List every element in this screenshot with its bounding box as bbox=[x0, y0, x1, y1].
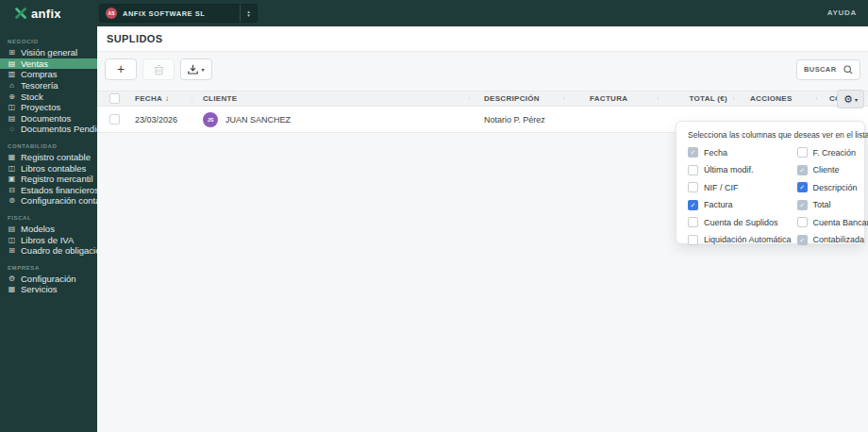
checkbox-unchecked-icon[interactable] bbox=[688, 182, 698, 192]
select-all-cell bbox=[97, 93, 131, 104]
column-option-factura[interactable]: ✓Factura bbox=[688, 200, 792, 210]
column-option-label: Última modif. bbox=[704, 165, 754, 174]
chevron-down-icon: ▾ bbox=[855, 96, 858, 103]
sidebar-item-label: Documentos Pendientes bbox=[21, 124, 97, 134]
columns-dropdown-options: ✓FechaF. CreaciónÚltima modif.✓ClienteNI… bbox=[688, 147, 853, 245]
search-input[interactable]: BUSCAR bbox=[796, 59, 860, 80]
sidebar-item-configuraci-n[interactable]: ⚙Configuración bbox=[0, 274, 97, 285]
sidebar-item-estados-financieros[interactable]: ⊟Estados financieros bbox=[0, 185, 97, 196]
sidebar-item-label: Registro mercantil bbox=[21, 174, 93, 184]
cliente-name: JUAN SANCHEZ bbox=[225, 115, 291, 125]
column-header-total[interactable]: TOTAL (€) bbox=[658, 94, 733, 103]
sidebar-section-label: FISCAL bbox=[8, 215, 97, 221]
column-option--ltima-modif-[interactable]: Última modif. bbox=[688, 165, 792, 175]
checkbox-unchecked-icon[interactable] bbox=[688, 165, 698, 175]
configuracion-contable-icon: ⊚ bbox=[8, 196, 16, 205]
checkbox-checked-icon[interactable]: ✓ bbox=[797, 235, 808, 245]
sidebar-section-label: NEGOCIO bbox=[8, 39, 97, 44]
sidebar-item-documentos[interactable]: ▤Documentos bbox=[0, 113, 97, 125]
sidebar-item-label: Cuadro de obligaciones bbox=[21, 245, 97, 256]
estados-financieros-icon: ⊟ bbox=[8, 186, 16, 194]
columns-dropdown-title: Selecciona las columnas que deseas ver e… bbox=[688, 130, 853, 140]
sidebar-item-configuraci-n-contable[interactable]: ⊚Configuración contable bbox=[0, 195, 97, 207]
sidebar-item-cuadro-de-obligaciones[interactable]: ⊞Cuadro de obligaciones bbox=[0, 245, 97, 257]
column-header-descripcion[interactable]: DESCRIPCIÓN bbox=[469, 94, 563, 103]
sidebar-item-visi-n-general[interactable]: ⊞Visión general bbox=[0, 47, 97, 58]
column-option-label: Cuenta Bancaria bbox=[813, 218, 868, 227]
sidebar-item-registro-contable[interactable]: ▦Registro contable bbox=[0, 152, 97, 163]
column-option-cliente[interactable]: ✓Cliente bbox=[797, 165, 868, 175]
checkbox-unchecked-icon[interactable] bbox=[797, 147, 808, 158]
select-all-checkbox[interactable] bbox=[109, 93, 120, 104]
checkbox-checked-icon[interactable]: ✓ bbox=[688, 147, 698, 158]
modelos-icon: ▤ bbox=[8, 224, 16, 233]
vision-general-icon: ⊞ bbox=[8, 48, 16, 57]
add-button[interactable]: + bbox=[105, 58, 137, 80]
sidebar-item-label: Libros de IVA bbox=[21, 235, 74, 245]
sidebar-item-libros-de-iva[interactable]: ◫Libros de IVA bbox=[0, 234, 97, 245]
column-option-fecha[interactable]: ✓Fecha bbox=[688, 147, 792, 158]
download-button[interactable]: ▾ bbox=[180, 58, 212, 80]
column-option-cuenta-bancaria[interactable]: Cuenta Bancaria bbox=[797, 217, 868, 227]
documentos-icon: ▤ bbox=[8, 114, 16, 123]
column-header-fecha[interactable]: FECHA↓ bbox=[131, 94, 192, 103]
sidebar-item-label: Registro contable bbox=[21, 152, 91, 162]
company-stepper-icon[interactable]: ▴▾ bbox=[240, 5, 257, 22]
column-option-label: Descripción bbox=[813, 183, 858, 192]
column-option-label: Total bbox=[813, 200, 831, 209]
page-header: SUPLIDOS bbox=[97, 26, 868, 52]
row-checkbox[interactable] bbox=[109, 114, 120, 125]
column-option-label: Contabilizada bbox=[813, 235, 865, 244]
chevron-down-icon: ▾ bbox=[201, 66, 204, 73]
anfix-logo: anfix bbox=[15, 7, 61, 21]
sort-desc-icon: ↓ bbox=[165, 94, 169, 103]
checkbox-checked-icon[interactable]: ✓ bbox=[797, 200, 808, 210]
checkbox-checked-icon[interactable]: ✓ bbox=[797, 165, 808, 175]
delete-button[interactable] bbox=[142, 58, 175, 80]
download-icon bbox=[188, 64, 198, 75]
checkbox-unchecked-icon[interactable] bbox=[797, 217, 808, 227]
column-option-f-creaci-n[interactable]: F. Creación bbox=[797, 147, 868, 158]
sidebar-item-servicios[interactable]: ▦Servicios bbox=[0, 284, 97, 295]
sidebar-item-tesorer-a[interactable]: ⌂Tesorería bbox=[0, 80, 97, 91]
sidebar-item-modelos[interactable]: ▤Modelos bbox=[0, 224, 97, 235]
sidebar-item-label: Configuración contable bbox=[21, 195, 97, 206]
sidebar-item-label: Servicios bbox=[21, 284, 58, 294]
configuracion-icon: ⚙ bbox=[8, 274, 16, 283]
sidebar-item-label: Stock bbox=[21, 91, 43, 102]
column-option-label: NIF / CIF bbox=[704, 183, 739, 192]
sidebar-item-registro-mercantil[interactable]: ▣Registro mercantil bbox=[0, 174, 97, 185]
help-link[interactable]: AYUDA bbox=[827, 0, 857, 26]
company-avatar: AS bbox=[106, 8, 117, 19]
column-header-acciones: ACCIONES bbox=[733, 94, 816, 103]
column-option-label: Liquidación Automática bbox=[704, 235, 792, 244]
column-header-factura[interactable]: FACTURA bbox=[563, 94, 658, 103]
column-option-nif-cif[interactable]: NIF / CIF bbox=[688, 182, 792, 192]
sidebar-item-documentos-pendientes[interactable]: ◌Documentos Pendientes bbox=[0, 124, 97, 135]
sidebar-item-label: Proyectos bbox=[21, 102, 60, 112]
plus-icon: + bbox=[117, 62, 125, 75]
column-option-contabilizada[interactable]: ✓Contabilizada bbox=[797, 235, 868, 245]
sidebar-item-label: Ventas bbox=[21, 58, 48, 69]
column-option-cuenta-de-suplidos[interactable]: Cuenta de Suplidos bbox=[688, 217, 792, 227]
column-option-descripci-n[interactable]: ✓Descripción bbox=[797, 182, 868, 192]
column-option-total[interactable]: ✓Total bbox=[797, 200, 868, 210]
column-option-liquidaci-n-autom-tica[interactable]: Liquidación Automática bbox=[688, 235, 792, 245]
sidebar-item-libros-contables[interactable]: ◫Libros contables bbox=[0, 162, 97, 174]
page-title: SUPLIDOS bbox=[107, 33, 162, 44]
column-option-label: F. Creación bbox=[813, 148, 857, 158]
checkbox-unchecked-icon[interactable] bbox=[688, 217, 698, 227]
sidebar: NEGOCIO⊞Visión general▤Ventas▥Compras⌂Te… bbox=[0, 26, 97, 432]
search-icon bbox=[843, 65, 853, 75]
topbar: anfix AS ANFIX SOFTWARE SL ▴▾ AYUDA bbox=[0, 0, 868, 26]
column-settings-button[interactable]: ⚙ ▾ bbox=[837, 90, 864, 108]
column-header-cliente[interactable]: CLIENTE bbox=[192, 94, 469, 103]
sidebar-item-stock[interactable]: ⊕Stock bbox=[0, 91, 97, 102]
checkbox-checked-icon[interactable]: ✓ bbox=[797, 182, 808, 192]
company-selector[interactable]: AS ANFIX SOFTWARE SL ▴▾ bbox=[99, 4, 258, 23]
checkbox-unchecked-icon[interactable] bbox=[688, 235, 698, 245]
sidebar-item-proyectos[interactable]: ◫Proyectos bbox=[0, 102, 97, 113]
checkbox-checked-icon[interactable]: ✓ bbox=[688, 200, 698, 210]
sidebar-item-compras[interactable]: ▥Compras bbox=[0, 69, 97, 80]
sidebar-item-ventas[interactable]: ▤Ventas bbox=[0, 58, 97, 70]
